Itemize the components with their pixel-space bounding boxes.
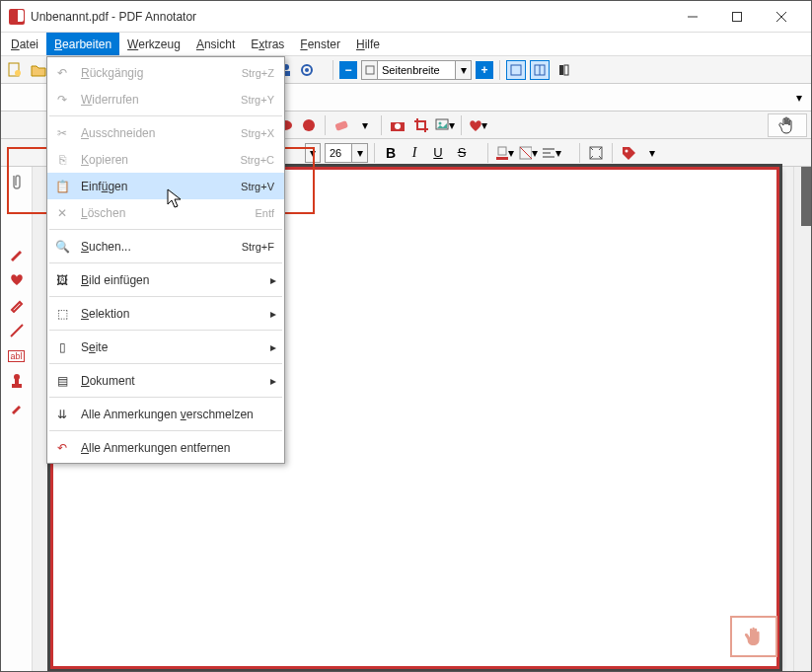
hand-tool-top[interactable] [768,113,807,137]
abl-tool-icon[interactable]: abl [7,346,27,366]
image-picker-icon[interactable]: ▾ [435,115,455,135]
mouse-cursor [167,188,185,210]
tab-caret-icon[interactable]: ▾ [791,88,807,108]
svg-line-27 [520,147,532,159]
svg-point-10 [305,68,309,72]
highlight-color-icon[interactable]: ▾ [518,143,538,163]
zoom-combo[interactable]: ▾ [361,60,472,80]
font-family-caret[interactable]: ▾ [305,143,321,163]
settings-icon[interactable] [297,60,317,80]
svg-point-23 [439,121,442,124]
fit-icon[interactable] [586,143,606,163]
dd-delete[interactable]: ✕LöschenEntf [47,199,284,226]
menu-werkzeug[interactable]: Werkzeug [119,33,188,55]
menu-bearbeiten[interactable]: Bearbeiten [46,33,119,55]
strike-button[interactable]: S [452,143,472,163]
favorite-heart-icon[interactable]: ▾ [468,115,487,135]
tag-caret-icon[interactable]: ▾ [642,143,662,163]
eraser-caret-icon[interactable]: ▾ [355,115,375,135]
svg-rect-24 [496,157,508,160]
dd-search[interactable]: 🔍Suchen...Strg+F [47,233,284,260]
svg-point-21 [395,123,401,129]
view-mode-3[interactable] [554,60,573,80]
svg-line-33 [11,325,23,336]
line-red-icon[interactable] [7,321,27,340]
left-toolbar: abl [1,167,33,672]
svg-rect-25 [498,147,506,155]
hand-tool-bottom[interactable] [730,616,777,657]
dd-selection[interactable]: ⬚Selektion▸ [47,300,284,327]
eraser-icon[interactable] [332,115,351,135]
svg-rect-12 [511,65,521,75]
svg-point-18 [303,119,315,131]
heart-icon[interactable] [7,269,27,289]
font-size-input[interactable] [325,143,352,163]
svg-rect-16 [564,65,568,75]
zoom-out-button[interactable]: − [339,61,357,79]
menu-extras[interactable]: Extras [243,33,292,55]
font-size-caret[interactable]: ▾ [352,143,368,163]
open-folder-icon[interactable] [29,60,48,80]
underline-button[interactable]: U [428,143,448,163]
zoom-in-button[interactable]: + [476,61,493,79]
view-mode-1[interactable] [506,60,526,80]
dd-page[interactable]: ▯Seite▸ [47,334,284,360]
right-scrollbar[interactable] [793,167,811,672]
bold-button[interactable]: B [381,143,401,163]
tag-icon[interactable] [619,143,638,163]
app-icon [9,9,25,25]
window-title: Unbenannt.pdf - PDF Annotator [31,10,196,24]
svg-rect-1 [732,12,741,21]
dd-undo[interactable]: ↶RückgängigStrg+Z [47,59,284,86]
circle-fill-icon[interactable] [299,115,319,135]
svg-rect-34 [12,384,22,388]
titlebar: Unbenannt.pdf - PDF Annotator [1,1,811,33]
minimize-button[interactable] [670,2,714,32]
svg-rect-11 [366,66,374,74]
crop-icon[interactable] [411,115,431,135]
font-size-combo[interactable]: ▾ [325,143,368,163]
menu-fenster[interactable]: Fenster [292,33,348,55]
maximize-button[interactable] [714,2,759,32]
menu-ansicht[interactable]: Ansicht [188,33,243,55]
zoom-input[interactable] [377,60,456,80]
pen-red-icon[interactable] [7,244,27,263]
svg-point-5 [15,70,21,76]
close-button[interactable] [759,2,803,32]
stamp-icon[interactable] [7,372,27,392]
dd-document[interactable]: ▤Dokument▸ [47,367,284,394]
dd-merge-annot[interactable]: ⇊Alle Anmerkungen verschmelzen [47,401,284,427]
menu-hilfe[interactable]: Hilfe [348,33,388,55]
dd-insert-image[interactable]: 🖼Bild einfügen▸ [47,266,284,293]
clip-icon[interactable] [7,173,27,192]
svg-point-36 [14,374,20,380]
dd-cut[interactable]: ✂AusschneidenStrg+X [47,119,284,146]
dd-copy[interactable]: ⎘KopierenStrg+C [47,146,284,173]
dd-redo[interactable]: ↷WiderrufenStrg+Y [47,86,284,112]
svg-rect-19 [334,120,348,131]
view-mode-2[interactable] [530,60,550,80]
new-doc-icon[interactable] [5,60,25,80]
marker-icon[interactable] [7,295,27,315]
text-color-icon[interactable]: ▾ [494,143,514,163]
align-icon[interactable]: ▾ [542,143,561,163]
camera-icon[interactable] [388,115,407,135]
menubar: Datei Bearbeiten Werkzeug Ansicht Extras… [1,33,811,56]
svg-point-32 [626,149,628,152]
dd-remove-annot[interactable]: ↶Alle Anmerkungen entfernen [47,434,284,461]
brush-icon[interactable] [7,398,27,417]
scroll-dark-segment [801,167,811,226]
svg-rect-15 [559,65,563,75]
dd-paste[interactable]: 📋EinfügenStrg+V [47,173,284,199]
italic-button[interactable]: I [405,143,424,163]
menu-datei[interactable]: Datei [3,33,46,55]
zoom-dropdown-caret[interactable]: ▾ [456,60,472,80]
menu-bearbeiten-dropdown: ↶RückgängigStrg+Z ↷WiderrufenStrg+Y ✂Aus… [46,56,285,464]
